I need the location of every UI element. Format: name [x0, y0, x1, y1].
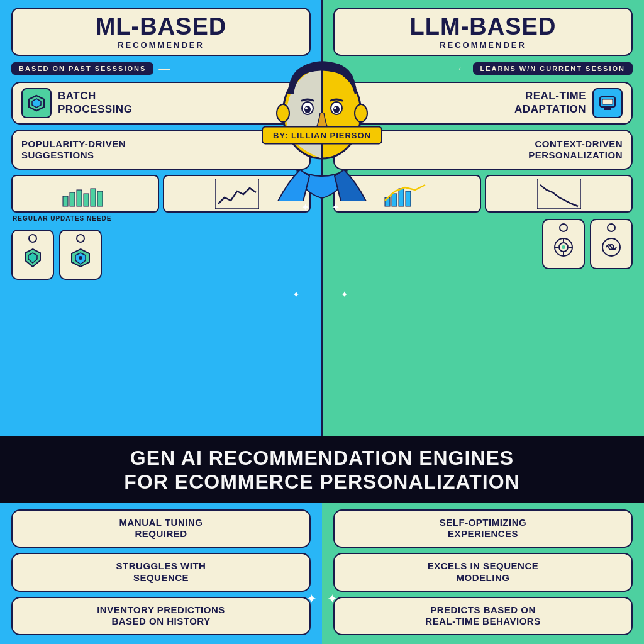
- svg-point-39: [277, 104, 289, 122]
- svg-rect-6: [91, 189, 96, 206]
- tag-hook-r2: [607, 223, 616, 232]
- left-tag-item-2: [59, 230, 102, 280]
- right-bottom-card-2: EXCELS IN SEQUENCE MODELING: [333, 553, 633, 592]
- tag-icon-1: [21, 247, 44, 274]
- main-title-bar: GEN AI RECOMMENDATION ENGINES FOR ECOMME…: [0, 436, 644, 503]
- page-container: ML-BASED RECOMMENDER BASED ON PAST SESSS…: [0, 0, 644, 644]
- tag-hook-r1: [559, 223, 568, 232]
- right-chart-2: [485, 175, 633, 213]
- svg-rect-2: [63, 196, 68, 206]
- split-panel: ML-BASED RECOMMENDER BASED ON PAST SESSS…: [0, 0, 644, 436]
- right-arrow: ←: [457, 62, 468, 75]
- left-feature-1-label: BATCH PROCESSING: [58, 90, 132, 116]
- right-tag-items: [333, 219, 633, 269]
- svg-point-40: [355, 104, 367, 122]
- left-bottom-label-2: STRUGGLES WITH SEQUENCE: [116, 560, 206, 583]
- svg-rect-20: [406, 191, 411, 206]
- main-title-line2: FOR ECOMMERCE PERSONALIZATION: [6, 470, 638, 494]
- tag-icon-r1: [552, 236, 575, 263]
- author-badge: BY: LILLIAN PIERSON: [262, 126, 382, 145]
- left-tag-items: [11, 230, 311, 280]
- main-title-line1: GEN AI RECOMMENDATION ENGINES: [6, 446, 638, 470]
- bottom-right: SELF-OPTIMIZING EXPERIENCES EXCELS IN SE…: [322, 503, 644, 645]
- sparkle-bl: ✦: [306, 591, 317, 606]
- tag-hook-1: [28, 234, 37, 243]
- svg-point-24: [562, 245, 565, 249]
- left-tag-pill: BASED ON PAST SESSSIONS: [11, 62, 153, 75]
- right-feature-1-label: REAL-TIME ADAPTATION: [514, 90, 586, 116]
- right-tag-item-1: [542, 219, 585, 269]
- left-arrow: —: [158, 62, 170, 75]
- sparkle-br: ✦: [327, 591, 338, 606]
- bottom-left: MANUAL TUNING REQUIRED STRUGGLES WITH SE…: [0, 503, 322, 645]
- left-bottom-card-2: STRUGGLES WITH SEQUENCE: [11, 553, 311, 592]
- svg-rect-18: [392, 194, 397, 206]
- right-feature-2-label: CONTEXT-DRIVEN PERSONALIZATION: [528, 138, 623, 161]
- svg-point-13: [79, 256, 82, 260]
- svg-point-35: [305, 107, 308, 109]
- sparkle-r3: ✦: [341, 289, 348, 299]
- left-feature-2-label: POPULARITY-DRIVEN SUGGESTIONS: [21, 138, 126, 161]
- center-face: [253, 31, 391, 201]
- left-icon-1: [21, 88, 52, 118]
- svg-rect-5: [84, 194, 89, 206]
- right-bottom-card-3: PREDICTS BASED ON REAL-TIME BEHAVIORS: [333, 597, 633, 636]
- left-chart-1: [11, 175, 159, 213]
- svg-rect-3: [70, 192, 75, 206]
- right-bottom-label-1: SELF-OPTIMIZING EXPERIENCES: [440, 517, 526, 540]
- right-bottom-label-2: EXCELS IN SEQUENCE MODELING: [428, 560, 539, 583]
- right-tag-item-2: [590, 219, 633, 269]
- svg-rect-4: [77, 190, 82, 206]
- left-bottom-label-3: INVENTORY PREDICTIONS BASED ON HISTORY: [97, 604, 225, 627]
- left-bottom-label-1: MANUAL TUNING REQUIRED: [119, 517, 203, 540]
- tag-hook-2: [76, 234, 85, 243]
- right-bottom-card-1: SELF-OPTIMIZING EXPERIENCES: [333, 509, 633, 548]
- svg-point-38: [334, 107, 336, 109]
- left-bottom-card-1: MANUAL TUNING REQUIRED: [11, 509, 311, 548]
- svg-marker-1: [32, 99, 41, 108]
- sparkle-3: ✦: [292, 289, 300, 299]
- bottom-cards-section: MANUAL TUNING REQUIRED STRUGGLES WITH SE…: [0, 503, 644, 645]
- svg-rect-19: [399, 189, 404, 206]
- left-bottom-card-3: INVENTORY PREDICTIONS BASED ON HISTORY: [11, 597, 311, 636]
- left-chart-note: REGULAR UPDATES NEEDE: [13, 215, 311, 222]
- tag-icon-r2: [600, 236, 623, 263]
- svg-point-34: [304, 106, 311, 113]
- svg-point-37: [333, 106, 340, 113]
- right-icon-1: [592, 88, 623, 118]
- svg-rect-16: [604, 108, 611, 110]
- left-tag-item-1: [11, 230, 54, 280]
- svg-rect-8: [215, 179, 259, 209]
- right-bottom-label-3: PREDICTS BASED ON REAL-TIME BEHAVIORS: [425, 604, 540, 627]
- svg-rect-7: [97, 191, 103, 206]
- svg-rect-15: [602, 99, 613, 104]
- tag-icon-2: [69, 247, 92, 274]
- right-tag-pill: LEARNS W/N CURRENT SESSION: [473, 62, 633, 75]
